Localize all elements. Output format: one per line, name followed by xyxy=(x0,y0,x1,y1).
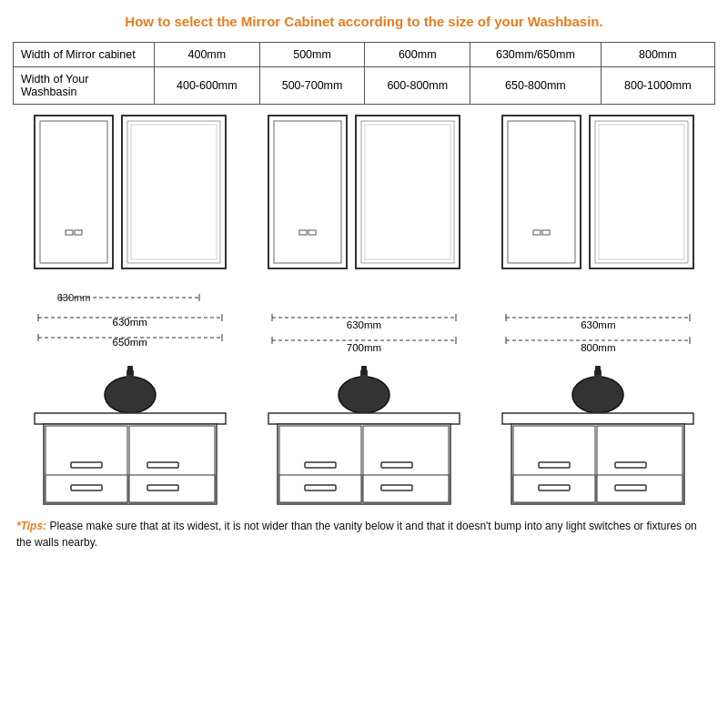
svg-rect-56 xyxy=(35,413,226,424)
cabinet-svg-3 xyxy=(485,112,712,289)
svg-rect-79 xyxy=(363,475,449,502)
washbasin-diagrams xyxy=(13,360,715,511)
svg-rect-55 xyxy=(127,366,133,375)
svg-rect-64 xyxy=(129,475,215,502)
dim-group-2: 630mm 700mm xyxy=(250,311,477,353)
svg-rect-75 xyxy=(279,475,361,502)
svg-rect-67 xyxy=(350,379,354,395)
washbasin-3 xyxy=(485,360,712,511)
tips-label: *Tips: xyxy=(16,520,46,532)
dim2-label-2: 700mm xyxy=(347,342,381,353)
cabinet-diagram-3 xyxy=(485,112,712,289)
tips-text: Please make sure that at its widest, it … xyxy=(16,520,697,549)
svg-rect-82 xyxy=(584,379,588,395)
svg-rect-86 xyxy=(502,413,693,424)
page-title: How to select the Mirror Cabinet accordi… xyxy=(13,9,715,35)
dimensions-row: 630mm 650mm 630mm xyxy=(13,311,715,353)
cabinet-svg-2 xyxy=(250,112,477,289)
cabinet-diagram-2 xyxy=(250,112,477,289)
table-row-2: Width of Your Washbasin 400-600mm 500-70… xyxy=(14,66,715,104)
row2-col1: 400-600mm xyxy=(155,66,260,104)
row1-col5: 800mm xyxy=(601,42,714,66)
washbasin-2 xyxy=(250,360,477,511)
dim-row-1: 630mm xyxy=(16,291,243,304)
table-row-1: Width of Mirror cabinet 400mm 500mm 600m… xyxy=(14,42,715,66)
row1-col3: 600mm xyxy=(365,42,470,66)
svg-rect-0 xyxy=(35,116,113,268)
size-table: Width of Mirror cabinet 400mm 500mm 600m… xyxy=(13,42,715,105)
cabinet-diagram-1: 630mm xyxy=(16,112,243,304)
svg-rect-13 xyxy=(268,116,347,268)
svg-rect-94 xyxy=(597,475,682,502)
svg-rect-60 xyxy=(46,475,127,502)
dim-group-3: 630mm 800mm xyxy=(485,311,712,353)
row1-col1: 400mm xyxy=(155,42,260,66)
washbasin-1 xyxy=(16,360,243,511)
svg-rect-83 xyxy=(607,379,611,395)
svg-rect-17 xyxy=(356,116,460,268)
svg-rect-71 xyxy=(268,413,460,424)
dim1-label-2: 630mm xyxy=(347,319,381,330)
dim1-label-3: 630mm xyxy=(581,319,615,330)
svg-rect-27 xyxy=(590,116,693,268)
row2-col2: 500-700mm xyxy=(259,66,365,104)
row2-col4: 650-800mm xyxy=(470,66,602,104)
svg-rect-52 xyxy=(116,379,120,395)
row2-col3: 600-800mm xyxy=(365,66,470,104)
svg-rect-90 xyxy=(513,475,595,502)
dim-group-1: 630mm 650mm xyxy=(16,311,243,353)
dim2-label-3: 800mm xyxy=(581,342,615,353)
row2-label: Width of Your Washbasin xyxy=(14,66,155,104)
page: How to select the Mirror Cabinet accordi… xyxy=(0,0,728,728)
row1-col4: 630mm/650mm xyxy=(470,42,602,66)
svg-rect-85 xyxy=(595,366,601,375)
row1-col2: 500mm xyxy=(259,42,365,66)
svg-rect-23 xyxy=(502,116,581,268)
svg-rect-4 xyxy=(122,116,226,268)
svg-rect-68 xyxy=(373,379,377,395)
cabinet-svg-1 xyxy=(16,112,243,289)
row2-col5: 800-1000mm xyxy=(601,66,714,104)
dim2-label-1: 650mm xyxy=(112,337,147,348)
row1-label: Width of Mirror cabinet xyxy=(14,42,155,66)
cabinet-diagrams: 630mm xyxy=(13,112,715,304)
tips-section: *Tips: Please make sure that at its wide… xyxy=(13,518,715,551)
dim1-label-1: 630mm xyxy=(112,317,147,328)
svg-rect-53 xyxy=(139,379,143,395)
svg-rect-70 xyxy=(361,366,367,375)
dim1-1: 630mm xyxy=(57,291,203,304)
